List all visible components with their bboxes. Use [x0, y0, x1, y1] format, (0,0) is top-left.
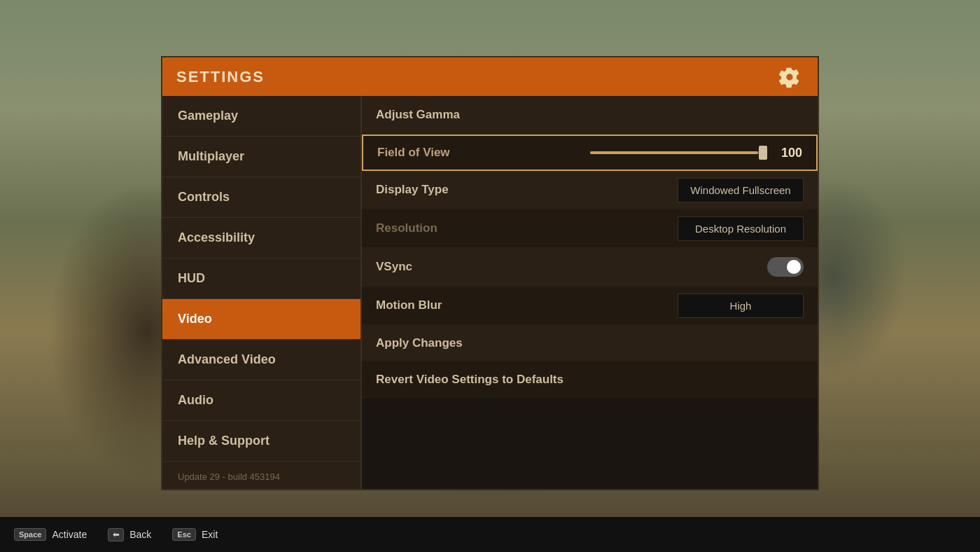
motion-blur-row[interactable]: Motion Blur High	[362, 287, 818, 325]
apply-changes-label: Apply Changes	[376, 336, 804, 350]
motion-blur-label: Motion Blur	[376, 298, 678, 312]
esc-key: Esc	[172, 528, 196, 541]
fov-slider-container[interactable]: 100	[590, 146, 803, 160]
adjust-gamma-row[interactable]: Adjust Gamma	[362, 96, 818, 134]
fov-slider-fill	[590, 151, 759, 154]
resolution-value: Desktop Resolution	[678, 216, 804, 241]
apply-changes-row[interactable]: Apply Changes	[362, 325, 818, 361]
sidebar-item-controls[interactable]: Controls	[162, 177, 360, 218]
sidebar-item-video[interactable]: Video	[162, 299, 360, 340]
vsync-toggle-thumb	[787, 260, 801, 274]
settings-panel: SETTINGS Gameplay Multiplayer Controls A…	[161, 56, 819, 490]
adjust-gamma-label: Adjust Gamma	[376, 108, 804, 122]
sidebar-item-audio[interactable]: Audio	[162, 380, 360, 421]
field-of-view-row[interactable]: Field of View 100	[362, 134, 818, 171]
sidebar-item-accessibility[interactable]: Accessibility	[162, 218, 360, 258]
fov-label: Field of View	[377, 146, 590, 160]
display-type-label: Display Type	[376, 183, 678, 197]
vsync-label: VSync	[376, 260, 767, 274]
back-key: ⬅	[108, 528, 124, 541]
fov-slider-thumb[interactable]	[759, 146, 767, 160]
sidebar-item-advanced-video[interactable]: Advanced Video	[162, 340, 360, 380]
sidebar-footer: Update 29 - build 453194	[162, 462, 360, 492]
bottom-bar: Space Activate ⬅ Back Esc Exit	[0, 517, 980, 552]
vsync-toggle[interactable]	[767, 257, 804, 277]
revert-row[interactable]: Revert Video Settings to Defaults	[362, 361, 818, 398]
settings-content: Gameplay Multiplayer Controls Accessibil…	[162, 96, 818, 489]
bottom-bar-back: ⬅ Back	[108, 528, 151, 541]
exit-label: Exit	[202, 529, 218, 540]
bottom-bar-exit: Esc Exit	[172, 528, 218, 541]
settings-title: SETTINGS	[176, 68, 265, 86]
sidebar-item-help-support[interactable]: Help & Support	[162, 421, 360, 462]
vsync-row[interactable]: VSync	[362, 248, 818, 287]
gear-button[interactable]	[776, 63, 804, 91]
bottom-bar-activate: Space Activate	[14, 528, 87, 541]
resolution-row: Resolution Desktop Resolution	[362, 209, 818, 248]
settings-header: SETTINGS	[162, 57, 818, 96]
resolution-label: Resolution	[376, 221, 678, 235]
activate-label: Activate	[52, 529, 87, 540]
sidebar-item-hud[interactable]: HUD	[162, 258, 360, 299]
motion-blur-value[interactable]: High	[678, 294, 804, 318]
sidebar: Gameplay Multiplayer Controls Accessibil…	[162, 96, 362, 489]
revert-label: Revert Video Settings to Defaults	[376, 373, 804, 387]
sidebar-item-gameplay[interactable]: Gameplay	[162, 96, 360, 137]
fov-slider-track[interactable]	[590, 151, 768, 154]
back-label: Back	[130, 529, 151, 540]
gear-icon	[778, 66, 801, 88]
sidebar-item-multiplayer[interactable]: Multiplayer	[162, 137, 360, 177]
space-key: Space	[14, 528, 46, 541]
display-type-value[interactable]: Windowed Fullscreen	[678, 178, 804, 202]
fov-value: 100	[774, 146, 802, 160]
display-type-row[interactable]: Display Type Windowed Fullscreen	[362, 171, 818, 209]
right-panel: Adjust Gamma Field of View 100 Display T…	[362, 96, 818, 489]
